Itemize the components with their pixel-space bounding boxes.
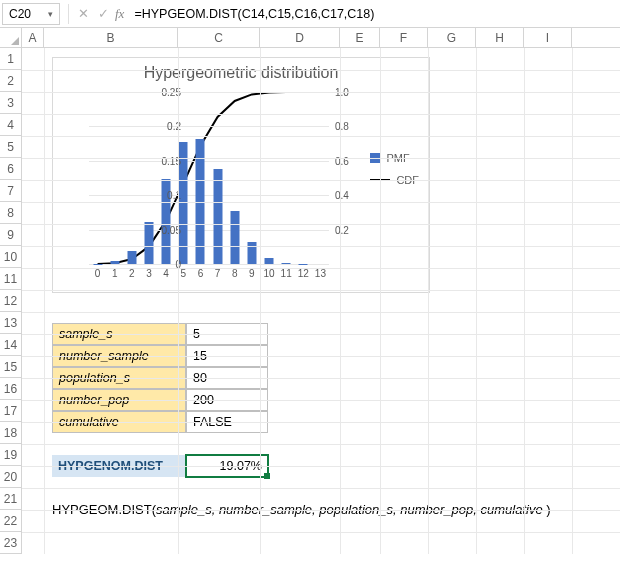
col-header-E[interactable]: E [340,28,380,47]
row-header-2[interactable]: 2 [0,70,22,92]
row-header-4[interactable]: 4 [0,114,22,136]
row-header-8[interactable]: 8 [0,202,22,224]
accept-formula-icon[interactable]: ✓ [93,4,113,24]
bar [230,211,239,264]
row-header-3[interactable]: 3 [0,92,22,114]
row-header-5[interactable]: 5 [0,136,22,158]
plot-area [89,92,329,264]
col-header-C[interactable]: C [178,28,260,47]
bar [265,258,274,264]
name-box-value: C20 [9,7,31,21]
row-headers: 1234567891011121314151617181920212223 [0,48,22,554]
row-header-18[interactable]: 18 [0,422,22,444]
row-header-19[interactable]: 19 [0,444,22,466]
fx-icon[interactable]: fx [115,6,124,22]
col-header-F[interactable]: F [380,28,428,47]
col-header-B[interactable]: B [44,28,178,47]
row-header-22[interactable]: 22 [0,510,22,532]
cells-area[interactable]: Hypergeometric distribution PMF CDF 00.0… [22,48,620,554]
row-header-21[interactable]: 21 [0,488,22,510]
cdf-line [89,92,329,264]
chart-title: Hypergeometric distribution [53,64,429,82]
formula-input[interactable]: =HYPGEOM.DIST(C14,C15,C16,C17,C18) [128,3,620,25]
row-header-20[interactable]: 20 [0,466,22,488]
row-header-23[interactable]: 23 [0,532,22,554]
row-header-16[interactable]: 16 [0,378,22,400]
select-all-corner[interactable] [0,28,22,47]
bar [282,263,291,264]
chevron-down-icon[interactable]: ▾ [48,9,53,19]
row-header-7[interactable]: 7 [0,180,22,202]
bar [110,261,119,264]
row-header-17[interactable]: 17 [0,400,22,422]
cancel-formula-icon[interactable]: ✕ [73,4,93,24]
column-headers: ABCDEFGHI [0,28,620,48]
row-header-10[interactable]: 10 [0,246,22,268]
col-header-I[interactable]: I [524,28,572,47]
bar [145,222,154,264]
name-box[interactable]: C20 ▾ [2,3,60,25]
bar [127,251,136,264]
row-header-15[interactable]: 15 [0,356,22,378]
row-header-13[interactable]: 13 [0,312,22,334]
spreadsheet-grid: ABCDEFGHI 123456789101112131415161718192… [0,28,620,554]
col-header-D[interactable]: D [260,28,340,47]
row-header-9[interactable]: 9 [0,224,22,246]
row-header-14[interactable]: 14 [0,334,22,356]
row-header-12[interactable]: 12 [0,290,22,312]
row-header-1[interactable]: 1 [0,48,22,70]
row-header-11[interactable]: 11 [0,268,22,290]
col-header-H[interactable]: H [476,28,524,47]
bar [213,169,222,264]
col-header-A[interactable]: A [22,28,44,47]
formula-bar: C20 ▾ ✕ ✓ fx =HYPGEOM.DIST(C14,C15,C16,C… [0,0,620,28]
col-header-G[interactable]: G [428,28,476,47]
row-header-6[interactable]: 6 [0,158,22,180]
